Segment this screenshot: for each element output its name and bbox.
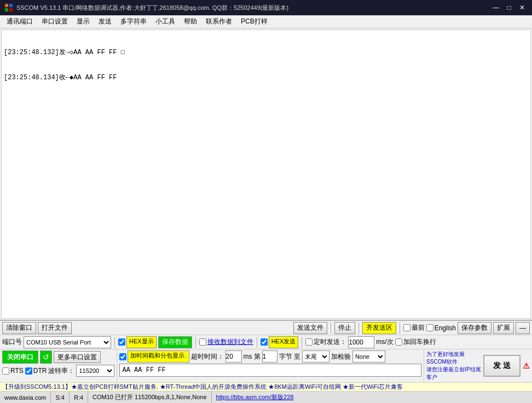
info-line2: 请您注册嘉立创IP结尾客户 (426, 366, 481, 381)
port-select[interactable]: COM10 USB Serial Port (24, 336, 111, 348)
timestamp-checkbox[interactable] (119, 353, 126, 360)
menu-pcb[interactable]: PCB打样 (236, 16, 272, 27)
receive-file-checkbox[interactable] (199, 338, 206, 346)
timer-send-label[interactable]: 定时发送： (305, 337, 346, 347)
timer-send-checkbox[interactable] (305, 338, 313, 346)
svg-rect-3 (9, 8, 13, 11)
separator1 (331, 323, 331, 334)
status-url: https://bbs.asm.com/新版228 (212, 392, 532, 403)
byte-unit: 字节 至 (279, 352, 300, 361)
end-select[interactable]: 末尾 (302, 351, 329, 363)
log-line-send: [23:25:48.132]发→◇AA AA FF FF □ (4, 48, 528, 57)
sep5 (195, 337, 196, 348)
statusbar: www.daxia.com S:4 R:4 COM10 已打开 115200bp… (0, 391, 532, 403)
separator2 (358, 323, 359, 334)
send-data-input[interactable] (119, 364, 421, 377)
timeout-input[interactable] (225, 351, 242, 363)
english-label: English (435, 324, 456, 332)
last-checkbox[interactable] (403, 324, 410, 331)
byte-value-input[interactable] (262, 351, 277, 363)
window-title: SSCOM V5.13.1 串口/网络数据调试器,作者:大虾丁丁,2618058… (16, 4, 490, 12)
hex-display-text: HEX显示 (126, 336, 157, 348)
close-button[interactable]: ✕ (517, 3, 528, 12)
sep7 (302, 337, 302, 348)
open-file-button[interactable]: 打开文件 (38, 322, 72, 334)
titlebar: SSCOM V5.13.1 串口/网络数据调试器,作者:大虾丁丁,2618058… (0, 0, 532, 15)
svg-rect-2 (5, 8, 8, 11)
hex-send-text: HEX发送 (269, 336, 299, 348)
save-data-button[interactable]: 保存数据 (158, 336, 192, 348)
menubar: 通讯端口 串口设置 显示 发送 多字符串 小工具 帮助 联系作者 PCB打样 (0, 15, 532, 28)
app-icon (4, 3, 13, 12)
terminal-output: [23:25:48.132]发→◇AA AA FF FF □ [23:25:48… (1, 30, 531, 319)
menu-help[interactable]: 帮助 (180, 16, 201, 27)
url-text: https://bbs.asm.com/新版228 (216, 393, 294, 401)
menu-serial-settings[interactable]: 串口设置 (37, 16, 72, 27)
byte-label: 第 (254, 352, 261, 361)
dtr-text: DTR (33, 367, 47, 375)
timer-value-input[interactable]: 1000 (348, 336, 374, 348)
rts-checkbox[interactable] (2, 367, 9, 375)
menu-send[interactable]: 发送 (94, 16, 116, 27)
s-count: S:4 (55, 394, 65, 401)
expand-button[interactable]: 扩展 (493, 322, 514, 334)
status-r: R:4 (70, 392, 88, 403)
last-label: 最前 (412, 323, 425, 332)
last-checkbox-label[interactable]: 最前 (403, 323, 425, 332)
receive-file-label[interactable]: 接收数据到文件 (199, 337, 253, 347)
status-website: www.daxia.com (0, 392, 51, 403)
baud-select[interactable]: 115200 (76, 365, 114, 377)
clear-window-button[interactable]: 清除窗口 (2, 322, 36, 334)
close-port-button[interactable]: 关闭串口 (2, 351, 38, 364)
timeout-unit: ms (244, 353, 252, 360)
dtr-label[interactable]: DTR (25, 367, 47, 375)
stop-button[interactable]: 停止 (334, 322, 355, 334)
rts-label[interactable]: RTS (2, 367, 24, 375)
timer-unit: ms/次 (376, 337, 393, 347)
send-file-button[interactable]: 发送文件 (293, 322, 327, 334)
timestamp-text: 加时间戳和分包显示. (128, 351, 189, 363)
receive-file-text: 接收数据到文件 (207, 337, 253, 347)
port-info-text: COM10 已打开 115200bps,8,1,None,None (92, 393, 207, 401)
checksum-label: 加检验 (331, 352, 351, 361)
send-area-button[interactable]: 齐发送区 (362, 322, 396, 334)
baud-label: 波特率： (48, 366, 74, 376)
checksum-select[interactable]: None (352, 351, 385, 363)
send-button[interactable]: 发 送 (483, 355, 521, 377)
english-checkbox[interactable] (426, 324, 433, 331)
menu-tools[interactable]: 小工具 (151, 16, 180, 27)
menu-comm-port[interactable]: 通讯端口 (2, 16, 37, 27)
hex-display-checkbox[interactable] (118, 338, 125, 346)
more-settings-button[interactable]: 更多串口设置 (54, 351, 101, 363)
svg-rect-0 (5, 4, 8, 7)
timeout-label: 超时时间： (191, 352, 224, 361)
english-checkbox-label[interactable]: English (426, 324, 456, 332)
autorun-text: 加回车换行 (403, 337, 436, 347)
minimize-button[interactable]: — (490, 3, 501, 12)
sep6 (257, 337, 257, 348)
svg-rect-1 (9, 4, 13, 7)
menu-display[interactable]: 显示 (72, 16, 94, 27)
hex-send-label[interactable]: HEX发送 (261, 336, 299, 348)
separator3 (400, 323, 400, 334)
hex-send-checkbox[interactable] (261, 338, 268, 346)
hex-display-label[interactable]: HEX显示 (118, 336, 157, 348)
collapse-button[interactable]: — (516, 322, 530, 334)
dtr-checkbox[interactable] (25, 367, 32, 375)
autorun-checkbox[interactable] (395, 338, 402, 346)
warning-icon: ⚠ (523, 361, 530, 370)
save-params-button[interactable]: 保存参数 (458, 322, 491, 334)
maximize-button[interactable]: □ (504, 3, 514, 12)
website-text: www.daxia.com (4, 394, 46, 401)
autorun-label[interactable]: 加回车换行 (395, 337, 436, 347)
menu-contact[interactable]: 联系作者 (201, 16, 236, 27)
sep4 (114, 337, 115, 348)
status-s: S:4 (51, 392, 70, 403)
timestamp-label[interactable]: 加时间戳和分包显示. (119, 351, 189, 363)
rts-text: RTS (10, 367, 24, 375)
info-line1: 为了更好地发展SSCOM软件 (426, 351, 481, 366)
menu-multistr[interactable]: 多字符串 (116, 16, 151, 27)
refresh-button[interactable]: ↺ (40, 351, 52, 364)
status-port-info: COM10 已打开 115200bps,8,1,None,None (88, 392, 212, 403)
advert-text: 【升级到SSCOM5.13.1】★嘉立创PCB打样SMT贴片服务. ★RT-Th… (2, 383, 403, 391)
